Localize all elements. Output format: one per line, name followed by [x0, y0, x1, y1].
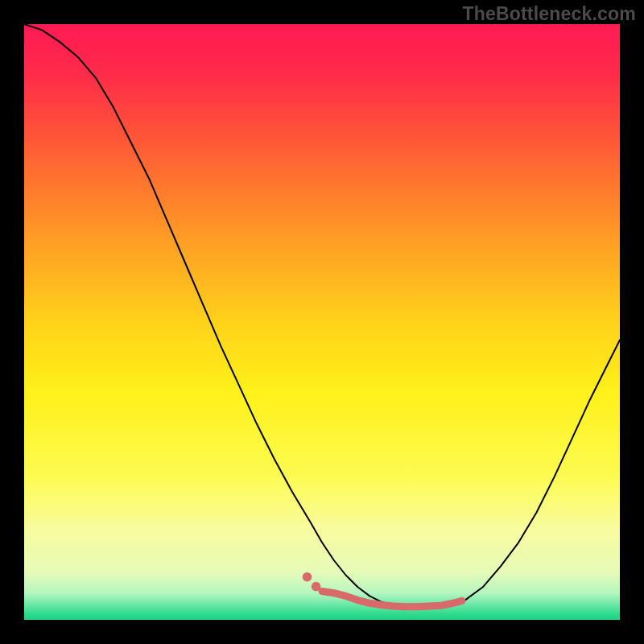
chart-svg	[24, 24, 620, 620]
chart-background	[24, 24, 620, 620]
highlight-dot-2	[312, 582, 321, 592]
chart-frame: TheBottleneck.com	[0, 0, 644, 644]
plot-area	[24, 24, 620, 620]
watermark-text: TheBottleneck.com	[462, 3, 636, 25]
highlight-dot-1	[303, 572, 312, 582]
